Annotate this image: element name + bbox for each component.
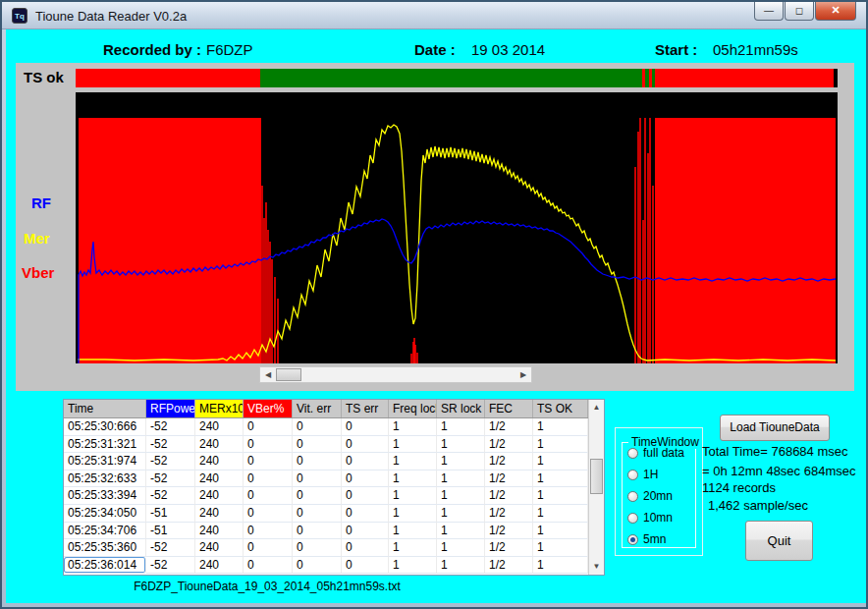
table-cell[interactable]: 1 [389,418,437,436]
time-window-option-5mn[interactable]: 5mn [627,532,666,546]
table-cell[interactable]: 1 [437,539,485,557]
table-cell[interactable]: 1/2 [485,487,533,505]
table-cell[interactable]: 05:25:35:360 [64,539,146,557]
column-header[interactable]: Vit. err [293,400,342,417]
table-row[interactable]: 05:25:30:666-52240000111/21 [64,418,604,436]
table-cell[interactable]: -52 [146,487,195,505]
table-row[interactable]: 05:25:36:014-52240000111/21 [64,557,604,575]
table-cell[interactable]: 1 [437,505,485,523]
table-cell[interactable]: 1 [533,471,588,488]
column-header[interactable]: SR lock [437,400,485,417]
table-cell[interactable]: 0 [293,505,342,523]
table-cell[interactable]: 1 [389,453,437,471]
table-cell[interactable]: 1/2 [485,523,533,540]
column-header[interactable]: VBer% [244,400,293,417]
title-bar[interactable]: Tq Tioune Data Reader V0.2a — ◻ ✕ [2,2,866,29]
table-cell[interactable]: 1 [533,523,588,540]
vertical-scroll-thumb[interactable] [590,459,603,494]
table-cell[interactable]: 0 [293,523,342,540]
table-row[interactable]: 05:25:34:706-51240000111/21 [64,523,604,540]
table-cell[interactable]: 05:25:32:633 [64,471,146,488]
radio-icon[interactable] [627,470,638,480]
table-row[interactable]: 05:25:31:321-52240000111/21 [64,436,604,454]
column-header[interactable]: TS OK [533,400,588,417]
table-cell[interactable]: 05:25:30:666 [64,418,146,436]
table-cell[interactable]: 1 [389,539,437,557]
scroll-up-icon[interactable]: ▲ [589,400,604,415]
table-cell[interactable]: -52 [146,471,195,488]
load-tiounedata-button[interactable]: Load TiouneData [720,415,830,441]
scroll-down-icon[interactable]: ▼ [589,559,604,575]
close-button[interactable]: ✕ [815,2,856,21]
table-cell[interactable]: 1/2 [485,505,533,523]
table-cell[interactable]: 240 [195,505,244,523]
column-header[interactable]: TS err [342,400,389,417]
table-cell[interactable]: 1 [437,487,485,505]
table-cell[interactable]: 05:25:31:321 [64,436,146,454]
table-cell[interactable]: 0 [244,453,293,471]
table-cell[interactable]: -52 [146,436,195,454]
table-cell[interactable]: 1 [533,453,588,471]
table-cell[interactable]: 0 [244,505,293,523]
time-window-option-10mn[interactable]: 10mn [627,511,673,525]
table-cell[interactable]: -51 [146,505,195,523]
table-cell[interactable]: 1 [389,436,437,454]
table-cell[interactable]: 0 [342,453,389,471]
table-cell[interactable]: 1 [437,436,485,454]
table-cell[interactable]: 240 [195,471,244,488]
table-cell[interactable]: 240 [195,523,244,540]
data-table[interactable]: TimeRFPowerMERx10VBer%Vit. errTS errFreq… [63,399,605,576]
table-cell[interactable]: 05:25:31:974 [64,453,146,471]
table-vertical-scrollbar[interactable]: ▲ ▼ [588,400,604,575]
table-row[interactable]: 05:25:32:633-52240000111/21 [64,471,604,488]
table-cell[interactable]: 1 [533,436,588,454]
table-cell[interactable]: 1 [389,557,437,575]
table-cell[interactable]: 0 [342,471,389,488]
table-cell[interactable]: 1 [437,557,485,575]
table-cell[interactable]: 1/2 [485,471,533,488]
table-cell[interactable]: -52 [146,453,195,471]
table-cell[interactable]: 240 [195,453,244,471]
time-window-option-full-data[interactable]: full data [627,446,684,460]
time-window-option-1H[interactable]: 1H [627,468,658,481]
column-header[interactable]: Time [64,400,146,417]
table-cell[interactable]: 05:25:36:014 [64,557,146,575]
table-cell[interactable]: 0 [342,539,389,557]
table-cell[interactable]: 1 [533,505,588,523]
table-cell[interactable]: 1 [533,557,588,575]
table-row[interactable]: 05:25:31:974-52240000111/21 [64,453,604,471]
table-cell[interactable]: 0 [342,557,389,575]
table-cell[interactable]: -51 [146,523,195,540]
table-cell[interactable]: 240 [195,418,244,436]
horizontal-scroll-thumb[interactable] [276,368,301,381]
table-cell[interactable]: -52 [146,557,195,575]
table-cell[interactable]: 1/2 [485,418,533,436]
table-cell[interactable]: 1 [533,539,588,557]
table-cell[interactable]: 1 [389,471,437,488]
table-cell[interactable]: 0 [244,418,293,436]
table-cell[interactable]: 0 [244,471,293,488]
column-header[interactable]: FEC [485,400,533,417]
table-cell[interactable]: 1/2 [485,557,533,575]
table-row[interactable]: 05:25:33:394-52240000111/21 [64,487,604,505]
table-cell[interactable]: 0 [293,418,342,436]
table-cell[interactable]: 0 [293,487,342,505]
table-cell[interactable]: 0 [342,523,389,540]
column-header[interactable]: Freq lock [389,400,437,417]
table-cell[interactable]: 0 [342,418,389,436]
table-cell[interactable]: 05:25:34:050 [64,505,146,523]
table-cell[interactable]: 0 [293,471,342,488]
table-cell[interactable]: 1/2 [485,453,533,471]
table-cell[interactable]: 240 [195,539,244,557]
radio-selected-icon[interactable] [627,534,638,545]
table-row[interactable]: 05:25:34:050-51240000111/21 [64,505,604,523]
table-cell[interactable]: 0 [342,436,389,454]
radio-icon[interactable] [627,491,638,502]
maximize-button[interactable]: ◻ [785,2,814,21]
table-cell[interactable]: -52 [146,418,195,436]
table-cell[interactable]: -52 [146,539,195,557]
scroll-left-icon[interactable]: ◀ [260,367,276,382]
table-cell[interactable]: 0 [293,557,342,575]
table-cell[interactable]: 0 [342,505,389,523]
table-cell[interactable]: 1 [389,487,437,505]
